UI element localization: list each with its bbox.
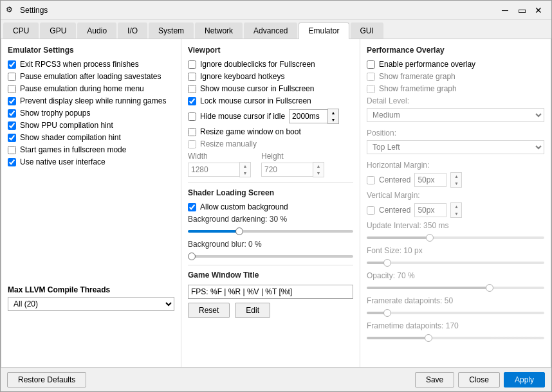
dialog-close-button[interactable]: Close [458, 372, 500, 388]
lock-mouse-checkbox[interactable] [188, 97, 196, 105]
footer: Restore Defaults Save Close Apply [1, 368, 551, 391]
max-llvm-combo[interactable]: All (20) [8, 297, 174, 311]
ignore-dblclick-label: Ignore doubleclicks for Fullscreen [200, 60, 315, 69]
reset-button[interactable]: Reset [188, 303, 230, 318]
show-frametime-checkbox [367, 85, 375, 93]
performance-panel: Performance Overlay Enable performance o… [360, 39, 551, 367]
tab-io[interactable]: I/O [118, 22, 147, 39]
restore-defaults-button[interactable]: Restore Defaults [7, 372, 86, 388]
lock-mouse-label: Lock mouse cursor in Fullscreen [200, 96, 311, 105]
update-interval-label: Update Interval: 350 ms [367, 221, 544, 230]
height-input [261, 163, 313, 177]
footer-left: Restore Defaults [7, 372, 411, 388]
window-icon: ⚙ [6, 5, 16, 15]
tab-advanced[interactable]: Advanced [244, 22, 297, 39]
ignore-dblclick-checkbox[interactable] [188, 60, 196, 69]
position-label: Position: [367, 129, 544, 138]
shader-hint-label: Show shader compilation hint [20, 133, 121, 142]
idle-timeout-spin-btns: ▲ ▼ [327, 109, 339, 124]
vert-margin-input [414, 203, 446, 217]
enable-overlay-label: Enable performance overlay [379, 60, 475, 69]
width-label: Width [188, 152, 251, 161]
width-spin-btns: ▲ ▼ [239, 162, 251, 177]
game-title-buttons: Reset Edit [188, 303, 353, 318]
ppu-hint-checkbox[interactable] [8, 121, 16, 130]
font-size-slider [367, 262, 544, 264]
checkbox-pause-home: Pause emulation during home menu [8, 84, 174, 93]
prevent-sleep-checkbox[interactable] [8, 97, 16, 105]
allow-custom-bg-label: Allow custom background [200, 202, 288, 211]
exit-rpcs3-label: Exit RPCS3 when process finishes [20, 60, 139, 69]
trophy-checkbox[interactable] [8, 109, 16, 118]
tab-audio[interactable]: Audio [77, 22, 116, 39]
pause-savestates-checkbox[interactable] [8, 73, 16, 81]
opacity-container: Opacity: 70 % [367, 271, 544, 291]
bg-darkening-slider-wrap [188, 226, 353, 235]
exit-rpcs3-checkbox[interactable] [8, 60, 16, 69]
save-button[interactable]: Save [415, 372, 454, 388]
fullscreen-label: Start games in fullscreen mode [20, 145, 126, 154]
checkbox-ppu-hint: Show PPU compilation hint [8, 121, 174, 130]
idle-timeout-input[interactable] [289, 109, 327, 123]
enable-overlay-checkbox[interactable] [367, 60, 375, 69]
checkbox-native-ui: Use native user interface [8, 157, 174, 166]
max-llvm-label: Max LLVM Compile Threads [8, 285, 174, 294]
framerate-dp-slider [367, 312, 544, 314]
ignore-hotkeys-label: Ignore keyboard hotkeys [200, 72, 284, 81]
vert-margin-spin: ▲ ▼ [450, 202, 462, 218]
ignore-hotkeys-checkbox[interactable] [188, 73, 196, 81]
native-ui-checkbox[interactable] [8, 158, 16, 166]
game-title-input[interactable] [188, 285, 353, 299]
checkbox-allow-custom-bg: Allow custom background [188, 202, 353, 211]
tab-gui[interactable]: GUI [351, 22, 383, 39]
height-spin-btns: ▲ ▼ [313, 162, 324, 177]
horiz-centered-label: Centered [379, 175, 410, 184]
width-group: Width ▲ ▼ [188, 152, 251, 177]
apply-button[interactable]: Apply [504, 372, 545, 388]
checkbox-lock-mouse: Lock mouse cursor in Fullscreen [188, 96, 353, 105]
height-group: Height ▲ ▼ [261, 152, 324, 177]
opacity-slider [367, 287, 544, 289]
settings-window: ⚙ Settings ─ ▭ ✕ CPU GPU Audio I/O Syste… [0, 0, 552, 392]
minimize-button[interactable]: ─ [497, 3, 513, 18]
tab-system[interactable]: System [149, 22, 194, 39]
show-mouse-checkbox[interactable] [188, 85, 196, 93]
horiz-margin-row: Centered ▲ ▼ [367, 172, 544, 188]
checkbox-trophy: Show trophy popups [8, 109, 174, 118]
show-mouse-label: Show mouse cursor in Fullscreen [200, 84, 314, 93]
font-size-container: Font Size: 10 px [367, 246, 544, 266]
width-up: ▲ [240, 163, 250, 170]
close-button[interactable]: ✕ [531, 3, 546, 18]
allow-custom-bg-checkbox[interactable] [188, 203, 196, 211]
bg-blur-slider[interactable] [188, 255, 353, 258]
hide-mouse-label: Hide mouse cursor if idle [200, 112, 285, 121]
resize-boot-checkbox[interactable] [188, 128, 196, 136]
bg-blur-slider-wrap [188, 251, 353, 260]
tab-gpu[interactable]: GPU [40, 22, 76, 39]
vert-centered-label: Centered [379, 206, 410, 215]
dimensions-row: Width ▲ ▼ Height [188, 152, 353, 177]
height-label: Height [261, 152, 324, 161]
idle-timeout-down[interactable]: ▼ [328, 116, 338, 123]
checkbox-shader-hint: Show shader compilation hint [8, 133, 174, 142]
framerate-dp-label: Framerate datapoints: 50 [367, 296, 544, 305]
checkbox-pause-savestates: Pause emulation after loading savestates [8, 72, 174, 81]
opacity-label: Opacity: 70 % [367, 271, 544, 280]
game-title-row [188, 285, 353, 299]
edit-button[interactable]: Edit [235, 303, 270, 318]
shader-hint-checkbox[interactable] [8, 134, 16, 142]
checkbox-resize-manually: Resize manually [188, 139, 353, 148]
update-interval-slider [367, 236, 544, 239]
maximize-button[interactable]: ▭ [514, 3, 529, 18]
bg-darkening-slider[interactable] [188, 230, 353, 233]
fullscreen-checkbox[interactable] [8, 146, 16, 154]
titlebar-controls: ─ ▭ ✕ [497, 3, 546, 18]
tab-cpu[interactable]: CPU [3, 22, 39, 39]
tab-network[interactable]: Network [195, 22, 243, 39]
pause-home-checkbox[interactable] [8, 85, 16, 93]
game-window-section-title: Game Window Title [188, 271, 353, 280]
tab-emulator[interactable]: Emulator [299, 22, 349, 39]
overlay-options: Show framerate graph Show frametime grap… [367, 72, 544, 341]
hide-mouse-checkbox[interactable] [188, 112, 196, 121]
idle-timeout-up[interactable]: ▲ [328, 109, 338, 116]
